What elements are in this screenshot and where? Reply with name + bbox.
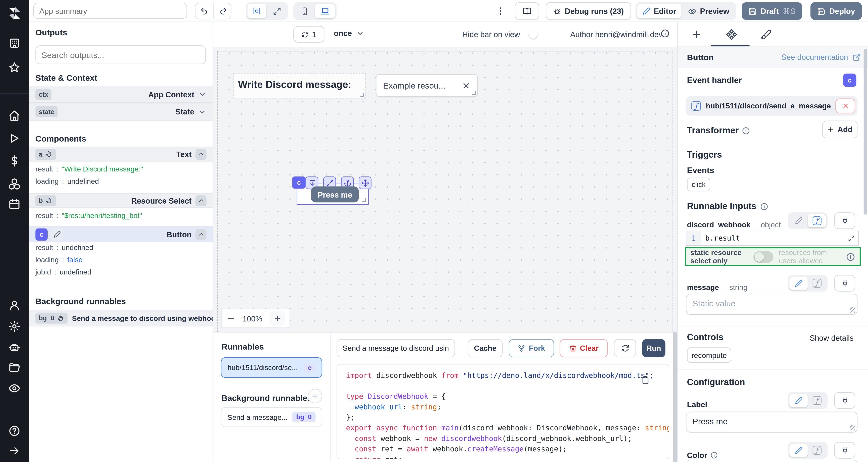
component-row-a[interactable]: a Text [29,146,213,161]
static-mode-button[interactable] [789,394,808,407]
help-icon[interactable] [8,425,21,437]
undo-icon[interactable] [195,3,214,19]
app-summary-input[interactable] [33,3,187,19]
color-input[interactable] [686,460,858,462]
users-icon[interactable] [8,299,21,311]
tab-settings-icon[interactable] [726,29,737,40]
see-documentation-link[interactable]: See documentation [781,53,848,61]
canvas-select-component[interactable]: Example resou... [376,74,478,97]
expr-editor[interactable]: 1 b.result [686,231,859,245]
message-static-input[interactable]: Static value [686,294,858,315]
eval-mode-button[interactable]: ƒ [808,214,826,227]
run-button[interactable]: Run [642,339,665,357]
info-icon[interactable] [742,127,750,135]
connect-input-button[interactable] [834,392,855,409]
fork-button[interactable]: Fork [509,339,554,357]
component-move-button[interactable] [359,176,371,189]
info-icon[interactable] [846,252,855,261]
chevron-down-icon[interactable] [198,108,206,116]
collapse-button[interactable] [195,229,207,240]
clear-select-icon[interactable] [462,81,471,90]
external-link-icon[interactable] [852,53,861,61]
canvas-text-component[interactable]: Write Discord message: [233,73,366,99]
chevron-down-icon[interactable] [198,90,206,98]
tab-styling-icon[interactable] [761,29,772,40]
code-panel-scrollbar[interactable] [673,332,677,462]
grid-row-separator[interactable] [218,206,673,206]
copy-code-icon[interactable] [641,376,650,385]
expand-rail-icon[interactable] [8,445,21,457]
mobile-view-button[interactable] [295,4,314,18]
expr-value[interactable]: b.result [701,231,845,245]
collapse-button[interactable] [195,148,207,160]
background-runnable-row[interactable]: bg_0 Send a message to discord using web… [29,310,213,327]
resize-handle[interactable] [472,91,476,95]
connect-input-button[interactable] [834,212,855,229]
schedule-dropdown[interactable]: once [334,29,364,38]
recompute-chip[interactable]: recompute [687,348,731,363]
windmill-logo-icon[interactable] [6,4,23,22]
deploy-button[interactable]: Deploy [810,2,862,20]
connect-input-button[interactable] [834,275,855,292]
resource-mode-toggle[interactable] [753,251,773,262]
component-row-b[interactable]: b Resource Select [29,193,213,208]
show-details-link[interactable]: Show details [810,333,854,342]
draft-button[interactable]: Draft ⌘S [742,2,802,20]
eval-mode-button[interactable]: ƒ [808,444,826,457]
label-input[interactable]: Press me [686,411,858,433]
tab-editor[interactable]: Editor [637,4,682,18]
remove-script-button[interactable] [835,98,855,113]
component-row-c[interactable]: c Button [29,226,213,242]
more-menu-icon[interactable] [495,6,505,16]
resize-handle[interactable] [361,93,364,97]
audit-icon[interactable] [8,382,21,395]
script-title-input[interactable] [337,339,455,357]
docs-button[interactable] [515,2,539,20]
info-icon[interactable] [710,451,718,459]
code-editor[interactable]: import discordwebhook from "https://deno… [337,364,669,459]
tab-insert-icon[interactable] [691,29,702,40]
resize-grip[interactable] [850,425,855,430]
home-icon[interactable] [8,110,21,122]
press-me-button[interactable]: Press me [311,186,359,202]
eval-mode-button[interactable]: ƒ [808,394,826,407]
collapse-button[interactable] [195,195,207,206]
canvas-area[interactable]: Write Discord message: Example resou... … [213,47,677,332]
folders-icon[interactable] [8,362,21,374]
resources-icon[interactable] [8,177,21,190]
schedules-icon[interactable] [8,198,21,210]
desktop-view-button[interactable] [315,4,335,18]
debug-runs-button[interactable]: Debug runs (23) [546,2,631,20]
resize-handle[interactable] [362,198,366,202]
zoom-in-button[interactable] [270,311,285,326]
static-mode-button[interactable] [789,214,808,227]
connect-input-button[interactable] [834,442,855,459]
background-runnable-item[interactable]: Send a message... bg_0 [221,407,322,427]
info-icon[interactable] [760,202,769,210]
output-row-ctx[interactable]: ctx App Context [29,86,213,103]
cache-button[interactable]: Cache [468,339,503,357]
runs-icon[interactable] [8,132,21,144]
settings-icon[interactable] [8,320,21,332]
output-row-state[interactable]: state State [29,103,213,121]
refresh-result-button[interactable] [614,339,636,357]
static-mode-button[interactable] [789,277,808,290]
variables-icon[interactable] [8,155,21,167]
resize-grip[interactable] [850,307,855,312]
add-background-runnable-button[interactable] [308,389,322,403]
runnable-item-selected[interactable]: hub/1511/discord/se... c [221,357,322,378]
search-outputs-input[interactable] [35,45,206,64]
zoom-out-icon[interactable] [226,314,235,323]
expand-expr-button[interactable] [845,231,858,245]
right-panel-scrollbar[interactable] [864,48,867,214]
eval-mode-button[interactable]: ƒ [808,277,826,290]
tab-preview[interactable]: Preview [683,4,735,18]
clear-button[interactable]: Clear [560,339,608,357]
refresh-count-button[interactable]: 1 [293,26,324,42]
edit-id-icon[interactable] [51,228,63,240]
event-handler-script-row[interactable]: ƒ hub/1511/discord/send_a_message_... [686,96,858,116]
static-mode-button[interactable] [789,444,808,457]
info-icon[interactable] [660,29,670,38]
align-center-button[interactable] [248,4,267,18]
add-transformer-button[interactable]: Add [822,121,857,138]
